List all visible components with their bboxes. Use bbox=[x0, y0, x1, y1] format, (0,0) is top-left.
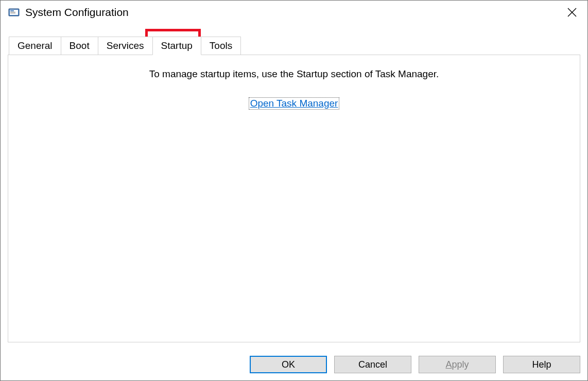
help-button[interactable]: Help bbox=[503, 356, 580, 373]
svg-rect-3 bbox=[10, 12, 15, 12]
close-button[interactable] bbox=[557, 1, 587, 24]
app-icon bbox=[8, 6, 20, 19]
tab-tools[interactable]: Tools bbox=[201, 37, 241, 55]
tab-strip: General Boot Services Startup Tools bbox=[9, 37, 580, 55]
tab-general[interactable]: General bbox=[9, 37, 61, 55]
system-configuration-window: System Configuration General Boot Servic… bbox=[0, 0, 588, 381]
tab-area: General Boot Services Startup Tools To m… bbox=[1, 24, 587, 350]
apply-label-rest: pply bbox=[452, 359, 469, 370]
startup-info-text: To manage startup items, use the Startup… bbox=[19, 68, 569, 80]
link-container: Open Task Manager bbox=[19, 97, 569, 110]
cancel-button[interactable]: Cancel bbox=[334, 356, 411, 373]
apply-button: Apply bbox=[419, 356, 496, 373]
tab-boot[interactable]: Boot bbox=[61, 37, 98, 55]
tab-services[interactable]: Services bbox=[98, 37, 153, 55]
apply-mnemonic: A bbox=[445, 359, 452, 370]
svg-rect-4 bbox=[10, 13, 15, 13]
ok-button[interactable]: OK bbox=[250, 356, 327, 373]
open-task-manager-link[interactable]: Open Task Manager bbox=[249, 97, 340, 110]
dialog-button-row: OK Cancel Apply Help bbox=[1, 350, 587, 380]
tab-content: To manage startup items, use the Startup… bbox=[8, 55, 580, 342]
svg-rect-2 bbox=[10, 10, 14, 11]
tab-startup[interactable]: Startup bbox=[152, 37, 201, 55]
window-title: System Configuration bbox=[25, 6, 129, 19]
titlebar: System Configuration bbox=[1, 1, 587, 24]
